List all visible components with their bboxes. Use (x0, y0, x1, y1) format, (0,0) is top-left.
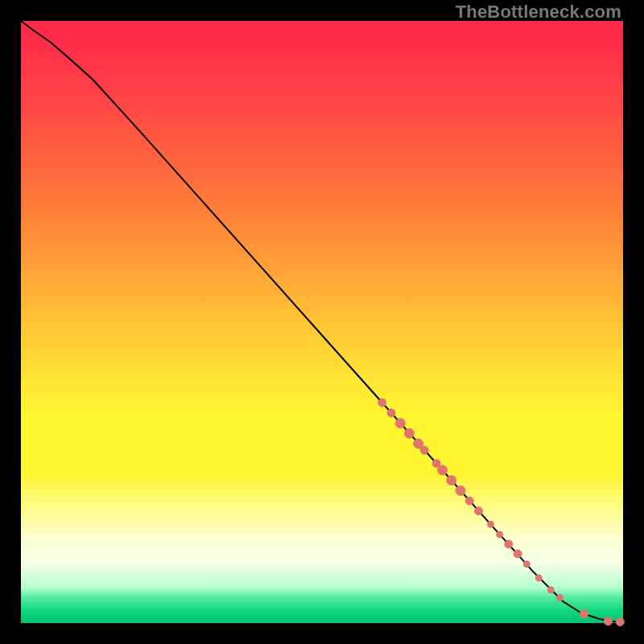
data-marker (465, 497, 473, 505)
data-marker (456, 485, 465, 495)
data-marker (395, 419, 405, 428)
data-marker (514, 550, 522, 558)
chart-overlay (21, 21, 623, 623)
data-marker (604, 617, 612, 625)
data-marker (404, 428, 414, 438)
data-marker (535, 575, 542, 581)
chart-stage: TheBottleneck.com (0, 0, 644, 644)
data-marker (438, 465, 448, 475)
data-marker (487, 521, 493, 527)
marker-group (378, 398, 624, 625)
watermark-text: TheBottleneck.com (456, 2, 621, 23)
data-marker (556, 595, 563, 601)
data-marker (497, 531, 503, 538)
data-marker (447, 476, 456, 485)
data-marker (420, 446, 428, 454)
data-marker (580, 610, 588, 618)
data-marker (505, 540, 513, 548)
plot-area (21, 21, 623, 623)
data-marker (378, 398, 386, 407)
data-marker (616, 618, 624, 626)
curve-line (21, 21, 623, 622)
data-marker (474, 507, 482, 515)
data-marker (523, 561, 530, 568)
data-marker (547, 587, 554, 593)
data-marker (387, 409, 395, 417)
